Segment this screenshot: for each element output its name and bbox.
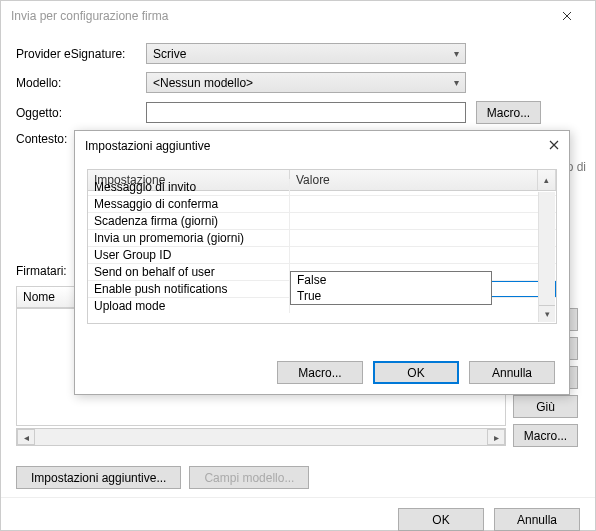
settings-row[interactable]: Scadenza firma (giorni) bbox=[88, 213, 556, 230]
scroll-right-icon[interactable]: ▸ bbox=[487, 429, 505, 445]
signers-col-name[interactable]: Nome bbox=[16, 286, 76, 308]
provider-label: Provider eSignature: bbox=[16, 47, 146, 61]
setting-name-cell: Send on behalf of user bbox=[88, 264, 290, 280]
combo-dropdown-list: FalseTrue bbox=[290, 271, 492, 305]
additional-settings-dialog: Impostazioni aggiuntive Impostazione Val… bbox=[74, 130, 570, 395]
setting-name-cell: User Group ID bbox=[88, 247, 290, 263]
settings-row[interactable]: Invia un promemoria (giorni) bbox=[88, 230, 556, 247]
window-title: Invia per configurazione firma bbox=[11, 9, 168, 23]
subject-label: Oggetto: bbox=[16, 106, 146, 120]
template-fields-button: Campi modello... bbox=[189, 466, 309, 489]
signers-hscroll[interactable]: ◂ ▸ bbox=[16, 428, 506, 446]
settings-row[interactable]: User Group ID bbox=[88, 247, 556, 264]
setting-name-cell: Invia un promemoria (giorni) bbox=[88, 230, 290, 246]
grid-vscroll[interactable]: ▾ bbox=[538, 192, 555, 322]
ok-button[interactable]: OK bbox=[398, 508, 484, 531]
setting-value-cell[interactable] bbox=[290, 179, 556, 195]
macro-button[interactable]: Macro... bbox=[476, 101, 541, 124]
setting-name-cell: Enable push notifications bbox=[88, 281, 290, 297]
template-label: Modello: bbox=[16, 76, 146, 90]
combo-option[interactable]: False bbox=[291, 272, 491, 288]
setting-value-cell[interactable] bbox=[290, 247, 556, 263]
template-value: <Nessun modello> bbox=[153, 76, 253, 90]
dialog-title: Impostazioni aggiuntive bbox=[85, 139, 210, 153]
close-icon[interactable] bbox=[549, 139, 559, 153]
provider-dropdown[interactable]: Scrive ▾ bbox=[146, 43, 466, 64]
template-dropdown[interactable]: <Nessun modello> ▾ bbox=[146, 72, 466, 93]
provider-value: Scrive bbox=[153, 47, 186, 61]
chevron-down-icon: ▾ bbox=[454, 48, 459, 59]
scroll-down-icon[interactable]: ▾ bbox=[539, 305, 555, 322]
chevron-down-icon: ▾ bbox=[454, 77, 459, 88]
dialog-macro-button[interactable]: Macro... bbox=[277, 361, 363, 384]
setting-name-cell: Messaggio di conferma bbox=[88, 196, 290, 212]
cancel-button[interactable]: Annulla bbox=[494, 508, 580, 531]
settings-row[interactable]: Messaggio di invito bbox=[88, 179, 556, 196]
move-down-button[interactable]: Giù bbox=[513, 395, 578, 418]
signer-macro-button[interactable]: Macro... bbox=[513, 424, 578, 447]
dialog-ok-button[interactable]: OK bbox=[373, 361, 459, 384]
dialog-cancel-button[interactable]: Annulla bbox=[469, 361, 555, 384]
setting-value-cell[interactable] bbox=[290, 213, 556, 229]
setting-value-cell[interactable] bbox=[290, 230, 556, 246]
setting-name-cell: Upload mode bbox=[88, 298, 290, 313]
additional-settings-button[interactable]: Impostazioni aggiuntive... bbox=[16, 466, 181, 489]
setting-name-cell: Scadenza firma (giorni) bbox=[88, 213, 290, 229]
setting-value-cell[interactable] bbox=[290, 196, 556, 212]
subject-input[interactable] bbox=[146, 102, 466, 123]
setting-name-cell: Messaggio di invito bbox=[88, 179, 290, 195]
titlebar: Invia per configurazione firma bbox=[1, 1, 595, 31]
combo-option[interactable]: True bbox=[291, 288, 491, 304]
scroll-left-icon[interactable]: ◂ bbox=[17, 429, 35, 445]
settings-row[interactable]: Messaggio di conferma bbox=[88, 196, 556, 213]
close-icon[interactable] bbox=[547, 1, 587, 31]
